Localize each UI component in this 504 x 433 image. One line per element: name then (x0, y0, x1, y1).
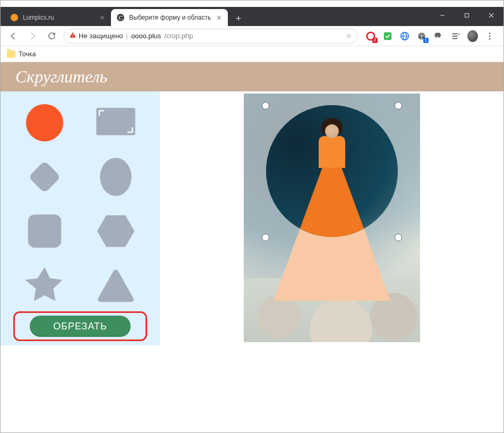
bookmark-folder[interactable]: Точка (7, 50, 36, 58)
extensions-puzzle-icon[interactable] (433, 31, 444, 41)
svg-text:C: C (118, 14, 123, 21)
photo-frame[interactable] (244, 94, 420, 342)
browser-chrome: Lumpics.ru ✕ C Выберите форму и область … (1, 7, 503, 62)
page-title: Скруглитель (15, 67, 107, 87)
svg-rect-20 (96, 108, 135, 135)
svg-point-18 (489, 38, 491, 39)
svg-point-22 (100, 158, 131, 196)
url-host: oooo.plus (131, 32, 161, 40)
window-close[interactable] (479, 7, 503, 24)
chrome-menu-icon[interactable] (484, 31, 495, 41)
svg-point-2 (15, 18, 16, 19)
shape-rounded-square[interactable] (24, 210, 65, 252)
window-maximize[interactable] (455, 7, 479, 24)
shape-diamond[interactable] (24, 156, 65, 198)
address-bar: Не защищено | oooo.plus/crop.php ☆ 2 1 (1, 26, 503, 46)
shape-star[interactable] (24, 265, 65, 306)
extension-globe-icon[interactable] (399, 31, 410, 41)
svg-point-19 (26, 104, 63, 141)
crop-handle-top-right[interactable] (395, 102, 402, 109)
svg-rect-10 (72, 36, 73, 37)
bookmark-star-icon[interactable]: ☆ (346, 32, 352, 40)
svg-marker-24 (97, 215, 134, 247)
page-content: Скруглитель (1, 62, 503, 418)
tab-title: Выберите форму и область для (129, 14, 211, 21)
profile-avatar[interactable] (467, 31, 478, 41)
new-tab-button[interactable]: + (231, 11, 246, 26)
page-body: ОБРЕЗАТЬ (1, 91, 503, 345)
window-controls (430, 7, 503, 24)
bookmarks-bar: Точка (1, 46, 503, 62)
crop-button-wrap: ОБРЕЗАТЬ (16, 316, 144, 337)
page-header: Скруглитель (1, 62, 503, 91)
crop-handle-bottom-right[interactable] (395, 234, 402, 241)
svg-rect-21 (28, 160, 61, 193)
window-titlebar (1, 1, 503, 7)
extension-cube-icon[interactable]: 1 (416, 31, 427, 41)
extension-opera-icon[interactable]: 2 (365, 31, 376, 41)
extension-check-icon[interactable] (382, 31, 393, 41)
crop-handle-top-left[interactable] (262, 102, 269, 109)
favicon-lumpics (10, 13, 19, 22)
nav-back-button[interactable] (6, 29, 21, 44)
media-controls-icon[interactable] (450, 31, 461, 41)
shape-grid (16, 102, 144, 306)
crop-selection-circle[interactable] (266, 105, 398, 237)
canvas-area (160, 91, 503, 345)
toolbar-extensions: 2 1 (362, 31, 498, 41)
shape-circle[interactable] (24, 102, 65, 143)
page-footer-space (1, 345, 503, 418)
svg-rect-6 (465, 14, 469, 18)
crop-handle-bottom-left[interactable] (262, 234, 269, 241)
warning-icon (69, 31, 76, 40)
svg-point-16 (489, 32, 491, 34)
shape-rectangle-crop[interactable] (95, 102, 136, 143)
tab-close-icon[interactable]: ✕ (98, 14, 106, 21)
shape-panel: ОБРЕЗАТЬ (1, 91, 160, 345)
bookmark-label: Точка (19, 50, 36, 58)
crop-button[interactable]: ОБРЕЗАТЬ (30, 316, 131, 337)
shape-ellipse[interactable] (95, 156, 136, 198)
badge: 1 (423, 38, 429, 43)
tab-title: Lumpics.ru (23, 14, 94, 21)
svg-point-0 (11, 14, 18, 21)
svg-rect-9 (72, 34, 73, 36)
svg-point-17 (489, 35, 491, 37)
omnibox-separator: | (126, 32, 128, 40)
svg-rect-23 (28, 215, 61, 248)
tab-strip: Lumpics.ru ✕ C Выберите форму и область … (1, 7, 503, 26)
omnibox[interactable]: Не защищено | oooo.plus/crop.php ☆ (63, 29, 358, 44)
tab-lumpics[interactable]: Lumpics.ru ✕ (5, 9, 111, 26)
security-status[interactable]: Не защищено (69, 31, 123, 40)
security-label: Не защищено (79, 32, 123, 40)
nav-forward-button[interactable] (25, 29, 40, 44)
folder-icon (7, 50, 15, 58)
badge: 2 (372, 38, 378, 43)
favicon-crop: C (116, 13, 125, 22)
shape-triangle[interactable] (95, 265, 136, 306)
url-path: /crop.php (164, 32, 193, 40)
nav-reload-button[interactable] (44, 29, 59, 44)
shape-hexagon[interactable] (95, 210, 136, 252)
window-minimize[interactable] (430, 7, 455, 24)
tab-close-icon[interactable]: ✕ (215, 14, 223, 21)
svg-point-1 (13, 16, 14, 17)
tab-crop[interactable]: C Выберите форму и область для ✕ (111, 9, 228, 26)
svg-rect-12 (384, 32, 391, 39)
